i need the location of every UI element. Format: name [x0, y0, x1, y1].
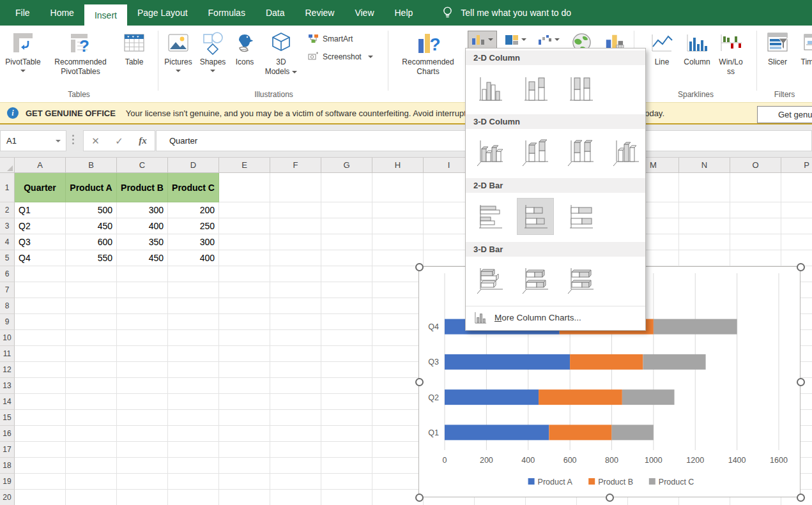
cell-F19[interactable] [270, 474, 321, 490]
screenshot-button[interactable]: Screenshot [308, 51, 373, 62]
insert-column-or-bar-chart-button[interactable] [468, 31, 497, 49]
sparkline-line-button[interactable]: Line [645, 28, 678, 67]
column-header-G[interactable]: G [321, 158, 372, 173]
cell-F12[interactable] [270, 362, 321, 378]
tab-formulas[interactable]: Formulas [198, 0, 256, 26]
cell-G20[interactable] [321, 490, 372, 505]
row-header-16[interactable]: 16 [0, 426, 15, 442]
cell-B3[interactable]: 450 [66, 218, 117, 234]
cell-A9[interactable] [15, 314, 66, 330]
cell-G5[interactable] [321, 250, 372, 266]
sparkline-winloss-button[interactable]: Win/Loss [717, 28, 745, 77]
cell-E10[interactable] [219, 330, 270, 346]
cell-C7[interactable] [117, 282, 168, 298]
cell-G2[interactable] [321, 202, 372, 218]
chart-selection-handle[interactable] [415, 263, 424, 271]
cell-E2[interactable] [219, 202, 270, 218]
cell-N5[interactable] [679, 250, 730, 266]
column-header-C[interactable]: C [117, 158, 168, 173]
row-header-2[interactable]: 2 [0, 202, 15, 218]
cell-E12[interactable] [219, 362, 270, 378]
table-button[interactable]: Table [118, 28, 151, 67]
row-header-10[interactable]: 10 [0, 330, 15, 346]
enter-icon[interactable]: ✓ [115, 135, 123, 147]
cell-H1[interactable] [372, 173, 424, 202]
cell-F11[interactable] [270, 346, 321, 362]
row-header-9[interactable]: 9 [0, 314, 15, 330]
cell-D5[interactable]: 400 [168, 250, 219, 266]
cell-F8[interactable] [270, 298, 321, 314]
shapes-button[interactable]: Shapes [197, 28, 229, 72]
cell-E19[interactable] [219, 474, 270, 490]
cell-E11[interactable] [219, 346, 270, 362]
cell-F2[interactable] [270, 202, 321, 218]
cell-H3[interactable] [372, 218, 424, 234]
cell-F18[interactable] [270, 458, 321, 474]
cell-O3[interactable] [730, 218, 781, 234]
cell-F10[interactable] [270, 330, 321, 346]
row-header-3[interactable]: 3 [0, 218, 15, 234]
row-header-6[interactable]: 6 [0, 266, 15, 282]
pictures-button[interactable]: Pictures [161, 28, 195, 72]
cell-P5[interactable] [781, 250, 812, 266]
cell-A2[interactable]: Q1 [15, 202, 66, 218]
cell-C8[interactable] [117, 298, 168, 314]
cell-F16[interactable] [270, 426, 321, 442]
cell-A6[interactable] [15, 266, 66, 282]
cell-F7[interactable] [270, 282, 321, 298]
cell-O5[interactable] [730, 250, 781, 266]
cell-O2[interactable] [730, 202, 781, 218]
cell-D3[interactable]: 250 [168, 218, 219, 234]
row-header-13[interactable]: 13 [0, 378, 15, 394]
cell-B11[interactable] [66, 346, 117, 362]
cell-C10[interactable] [117, 330, 168, 346]
name-box[interactable]: A1 [0, 130, 66, 151]
cell-C4[interactable]: 350 [117, 234, 168, 250]
cell-A16[interactable] [15, 426, 66, 442]
row-header-19[interactable]: 19 [0, 474, 15, 490]
clustered-bar-3d-icon[interactable] [471, 262, 509, 299]
stacked-column-icon[interactable] [517, 70, 554, 107]
chart-selection-handle[interactable] [606, 494, 614, 502]
cell-N2[interactable] [679, 202, 730, 218]
cell-F13[interactable] [270, 378, 321, 394]
cell-D13[interactable] [168, 378, 219, 394]
cell-F17[interactable] [270, 442, 321, 458]
cell-F1[interactable] [270, 173, 321, 202]
cell-F6[interactable] [270, 266, 321, 282]
cell-H17[interactable] [372, 442, 424, 458]
cell-H16[interactable] [372, 426, 424, 442]
cell-B12[interactable] [66, 362, 117, 378]
icons-button[interactable]: Icons [230, 28, 259, 67]
cell-E7[interactable] [219, 282, 270, 298]
cell-A8[interactable] [15, 298, 66, 314]
cell-C1[interactable]: Product B [117, 173, 168, 202]
insert-hierarchy-chart-button[interactable] [501, 31, 530, 49]
column-header-B[interactable]: B [66, 158, 117, 173]
clustered-bar-icon[interactable] [471, 198, 509, 235]
cell-B13[interactable] [66, 378, 117, 394]
cell-B9[interactable] [66, 314, 117, 330]
cell-F4[interactable] [270, 234, 321, 250]
cell-D2[interactable]: 200 [168, 202, 219, 218]
cell-H18[interactable] [372, 458, 424, 474]
cell-D14[interactable] [168, 394, 219, 410]
cell-N3[interactable] [679, 218, 730, 234]
cell-H14[interactable] [372, 394, 424, 410]
cell-A11[interactable] [15, 346, 66, 362]
3d-models-button[interactable]: 3D Models [261, 28, 302, 77]
cancel-icon[interactable]: ✕ [91, 135, 100, 147]
cell-A4[interactable]: Q3 [15, 234, 66, 250]
cell-A3[interactable]: Q2 [15, 218, 66, 234]
clustered-column-icon[interactable] [471, 70, 509, 107]
cell-B14[interactable] [66, 394, 117, 410]
cell-G10[interactable] [321, 330, 372, 346]
cell-G7[interactable] [321, 282, 372, 298]
cell-N1[interactable] [679, 173, 730, 202]
cell-B18[interactable] [66, 458, 117, 474]
column-header-O[interactable]: O [730, 158, 781, 173]
cell-F20[interactable] [270, 490, 321, 505]
cell-A7[interactable] [15, 282, 66, 298]
cell-E3[interactable] [219, 218, 270, 234]
row-header-17[interactable]: 17 [0, 442, 15, 458]
